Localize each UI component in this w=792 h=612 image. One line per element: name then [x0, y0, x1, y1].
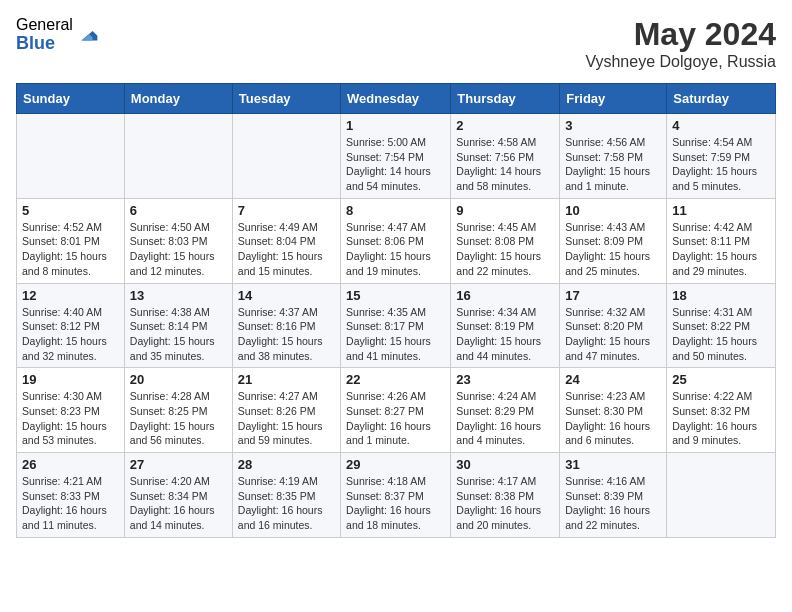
day-number: 10 — [565, 203, 661, 218]
calendar-day-cell — [667, 453, 776, 538]
day-number: 4 — [672, 118, 770, 133]
calendar-week-row: 1Sunrise: 5:00 AM Sunset: 7:54 PM Daylig… — [17, 114, 776, 199]
day-number: 25 — [672, 372, 770, 387]
day-info: Sunrise: 4:21 AM Sunset: 8:33 PM Dayligh… — [22, 474, 119, 533]
day-info: Sunrise: 4:16 AM Sunset: 8:39 PM Dayligh… — [565, 474, 661, 533]
calendar-day-cell — [232, 114, 340, 199]
day-info: Sunrise: 4:50 AM Sunset: 8:03 PM Dayligh… — [130, 220, 227, 279]
calendar-week-row: 26Sunrise: 4:21 AM Sunset: 8:33 PM Dayli… — [17, 453, 776, 538]
day-info: Sunrise: 4:26 AM Sunset: 8:27 PM Dayligh… — [346, 389, 445, 448]
calendar-day-cell: 15Sunrise: 4:35 AM Sunset: 8:17 PM Dayli… — [341, 283, 451, 368]
calendar-day-cell: 25Sunrise: 4:22 AM Sunset: 8:32 PM Dayli… — [667, 368, 776, 453]
day-number: 6 — [130, 203, 227, 218]
day-number: 23 — [456, 372, 554, 387]
day-number: 12 — [22, 288, 119, 303]
day-number: 24 — [565, 372, 661, 387]
logo-general: General — [16, 16, 73, 34]
calendar-day-cell: 31Sunrise: 4:16 AM Sunset: 8:39 PM Dayli… — [560, 453, 667, 538]
calendar-day-cell: 27Sunrise: 4:20 AM Sunset: 8:34 PM Dayli… — [124, 453, 232, 538]
day-number: 31 — [565, 457, 661, 472]
weekday-header: Wednesday — [341, 84, 451, 114]
day-number: 13 — [130, 288, 227, 303]
day-number: 9 — [456, 203, 554, 218]
day-info: Sunrise: 4:24 AM Sunset: 8:29 PM Dayligh… — [456, 389, 554, 448]
day-number: 8 — [346, 203, 445, 218]
title-block: May 2024 Vyshneye Dolgoye, Russia — [585, 16, 776, 71]
day-number: 11 — [672, 203, 770, 218]
day-info: Sunrise: 4:32 AM Sunset: 8:20 PM Dayligh… — [565, 305, 661, 364]
calendar-day-cell: 2Sunrise: 4:58 AM Sunset: 7:56 PM Daylig… — [451, 114, 560, 199]
calendar-day-cell: 8Sunrise: 4:47 AM Sunset: 8:06 PM Daylig… — [341, 198, 451, 283]
day-number: 29 — [346, 457, 445, 472]
calendar-day-cell: 22Sunrise: 4:26 AM Sunset: 8:27 PM Dayli… — [341, 368, 451, 453]
day-info: Sunrise: 4:42 AM Sunset: 8:11 PM Dayligh… — [672, 220, 770, 279]
page-header: General Blue May 2024 Vyshneye Dolgoye, … — [16, 16, 776, 71]
calendar-day-cell: 7Sunrise: 4:49 AM Sunset: 8:04 PM Daylig… — [232, 198, 340, 283]
day-number: 21 — [238, 372, 335, 387]
calendar-day-cell: 24Sunrise: 4:23 AM Sunset: 8:30 PM Dayli… — [560, 368, 667, 453]
day-number: 5 — [22, 203, 119, 218]
calendar-day-cell: 9Sunrise: 4:45 AM Sunset: 8:08 PM Daylig… — [451, 198, 560, 283]
calendar-day-cell: 13Sunrise: 4:38 AM Sunset: 8:14 PM Dayli… — [124, 283, 232, 368]
calendar-day-cell: 26Sunrise: 4:21 AM Sunset: 8:33 PM Dayli… — [17, 453, 125, 538]
day-info: Sunrise: 4:45 AM Sunset: 8:08 PM Dayligh… — [456, 220, 554, 279]
day-number: 28 — [238, 457, 335, 472]
title-month: May 2024 — [585, 16, 776, 53]
calendar-day-cell: 3Sunrise: 4:56 AM Sunset: 7:58 PM Daylig… — [560, 114, 667, 199]
weekday-header-row: SundayMondayTuesdayWednesdayThursdayFrid… — [17, 84, 776, 114]
day-number: 19 — [22, 372, 119, 387]
calendar-day-cell: 18Sunrise: 4:31 AM Sunset: 8:22 PM Dayli… — [667, 283, 776, 368]
day-info: Sunrise: 4:35 AM Sunset: 8:17 PM Dayligh… — [346, 305, 445, 364]
calendar-week-row: 5Sunrise: 4:52 AM Sunset: 8:01 PM Daylig… — [17, 198, 776, 283]
calendar-day-cell: 14Sunrise: 4:37 AM Sunset: 8:16 PM Dayli… — [232, 283, 340, 368]
calendar-week-row: 19Sunrise: 4:30 AM Sunset: 8:23 PM Dayli… — [17, 368, 776, 453]
day-number: 26 — [22, 457, 119, 472]
day-info: Sunrise: 4:56 AM Sunset: 7:58 PM Dayligh… — [565, 135, 661, 194]
weekday-header: Sunday — [17, 84, 125, 114]
calendar-day-cell: 23Sunrise: 4:24 AM Sunset: 8:29 PM Dayli… — [451, 368, 560, 453]
calendar-day-cell: 6Sunrise: 4:50 AM Sunset: 8:03 PM Daylig… — [124, 198, 232, 283]
day-info: Sunrise: 4:47 AM Sunset: 8:06 PM Dayligh… — [346, 220, 445, 279]
calendar-week-row: 12Sunrise: 4:40 AM Sunset: 8:12 PM Dayli… — [17, 283, 776, 368]
calendar-day-cell: 29Sunrise: 4:18 AM Sunset: 8:37 PM Dayli… — [341, 453, 451, 538]
day-number: 1 — [346, 118, 445, 133]
day-info: Sunrise: 4:52 AM Sunset: 8:01 PM Dayligh… — [22, 220, 119, 279]
day-info: Sunrise: 5:00 AM Sunset: 7:54 PM Dayligh… — [346, 135, 445, 194]
day-info: Sunrise: 4:34 AM Sunset: 8:19 PM Dayligh… — [456, 305, 554, 364]
calendar-day-cell: 21Sunrise: 4:27 AM Sunset: 8:26 PM Dayli… — [232, 368, 340, 453]
day-info: Sunrise: 4:49 AM Sunset: 8:04 PM Dayligh… — [238, 220, 335, 279]
calendar-day-cell — [17, 114, 125, 199]
logo: General Blue — [16, 16, 99, 53]
title-location: Vyshneye Dolgoye, Russia — [585, 53, 776, 71]
day-info: Sunrise: 4:27 AM Sunset: 8:26 PM Dayligh… — [238, 389, 335, 448]
day-number: 30 — [456, 457, 554, 472]
day-info: Sunrise: 4:40 AM Sunset: 8:12 PM Dayligh… — [22, 305, 119, 364]
calendar-day-cell: 5Sunrise: 4:52 AM Sunset: 8:01 PM Daylig… — [17, 198, 125, 283]
calendar-day-cell: 28Sunrise: 4:19 AM Sunset: 8:35 PM Dayli… — [232, 453, 340, 538]
day-number: 2 — [456, 118, 554, 133]
day-info: Sunrise: 4:54 AM Sunset: 7:59 PM Dayligh… — [672, 135, 770, 194]
calendar-day-cell: 19Sunrise: 4:30 AM Sunset: 8:23 PM Dayli… — [17, 368, 125, 453]
calendar-day-cell: 10Sunrise: 4:43 AM Sunset: 8:09 PM Dayli… — [560, 198, 667, 283]
calendar-day-cell: 17Sunrise: 4:32 AM Sunset: 8:20 PM Dayli… — [560, 283, 667, 368]
calendar-day-cell: 1Sunrise: 5:00 AM Sunset: 7:54 PM Daylig… — [341, 114, 451, 199]
calendar-table: SundayMondayTuesdayWednesdayThursdayFrid… — [16, 83, 776, 538]
logo-icon — [75, 23, 99, 47]
day-number: 16 — [456, 288, 554, 303]
weekday-header: Thursday — [451, 84, 560, 114]
day-info: Sunrise: 4:38 AM Sunset: 8:14 PM Dayligh… — [130, 305, 227, 364]
weekday-header: Saturday — [667, 84, 776, 114]
day-info: Sunrise: 4:17 AM Sunset: 8:38 PM Dayligh… — [456, 474, 554, 533]
day-number: 27 — [130, 457, 227, 472]
day-number: 3 — [565, 118, 661, 133]
day-info: Sunrise: 4:20 AM Sunset: 8:34 PM Dayligh… — [130, 474, 227, 533]
day-number: 18 — [672, 288, 770, 303]
day-number: 14 — [238, 288, 335, 303]
weekday-header: Tuesday — [232, 84, 340, 114]
day-number: 17 — [565, 288, 661, 303]
calendar-day-cell: 4Sunrise: 4:54 AM Sunset: 7:59 PM Daylig… — [667, 114, 776, 199]
calendar-day-cell — [124, 114, 232, 199]
day-info: Sunrise: 4:18 AM Sunset: 8:37 PM Dayligh… — [346, 474, 445, 533]
day-info: Sunrise: 4:43 AM Sunset: 8:09 PM Dayligh… — [565, 220, 661, 279]
day-info: Sunrise: 4:37 AM Sunset: 8:16 PM Dayligh… — [238, 305, 335, 364]
